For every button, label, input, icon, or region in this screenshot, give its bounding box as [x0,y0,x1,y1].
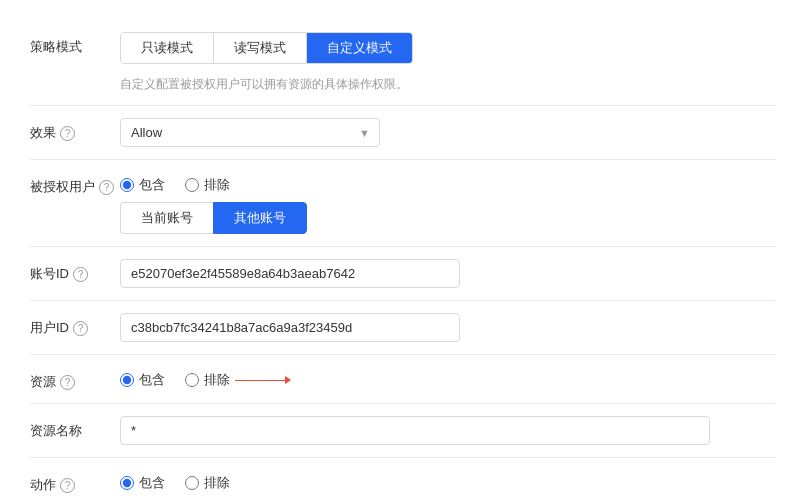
user-id-input[interactable] [120,313,460,342]
effect-select-wrap: Allow Deny ▼ [120,118,380,147]
resource-include[interactable]: 包含 [120,371,165,389]
action-help-icon[interactable]: ? [60,478,75,493]
effect-label: 效果 ? [30,118,120,142]
action-row: 动作 ? 包含 排除 [30,458,775,500]
resource-label: 资源 ? [30,367,120,391]
authorized-user-label: 被授权用户 ? [30,172,120,196]
effect-content: Allow Deny ▼ [120,118,775,147]
effect-select[interactable]: Allow Deny [120,118,380,147]
authorized-user-content: 包含 排除 当前账号 其他账号 [120,172,775,234]
other-account-button[interactable]: 其他账号 [213,202,307,234]
account-btn-group: 当前账号 其他账号 [120,202,307,234]
tab-custom[interactable]: 自定义模式 [307,33,412,63]
resource-name-label: 资源名称 [30,416,120,440]
strategy-label: 策略模式 [30,32,120,56]
tab-readwrite[interactable]: 读写模式 [214,33,307,63]
resource-row: 资源 ? 包含 排除 [30,355,775,404]
strategy-tab-group: 只读模式 读写模式 自定义模式 [120,32,413,64]
strategy-subtext: 自定义配置被授权用户可以拥有资源的具体操作权限。 [120,76,775,93]
strategy-row: 策略模式 只读模式 读写模式 自定义模式 自定义配置被授权用户可以拥有资源的具体… [30,20,775,106]
account-id-input[interactable] [120,259,460,288]
action-exclude[interactable]: 排除 [185,474,230,492]
account-id-row: 账号ID ? [30,247,775,301]
authorized-user-exclude[interactable]: 排除 [185,176,230,194]
resource-name-content [120,416,775,445]
authorized-user-help-icon[interactable]: ? [99,180,114,195]
effect-row: 效果 ? Allow Deny ▼ [30,106,775,160]
authorized-user-row: 被授权用户 ? 包含 排除 当前账号 其他账号 [30,160,775,247]
user-id-content [120,313,775,342]
current-account-button[interactable]: 当前账号 [120,202,213,234]
account-id-label: 账号ID ? [30,259,120,283]
action-content: 包含 排除 [120,470,775,492]
effect-help-icon[interactable]: ? [60,126,75,141]
resource-help-icon[interactable]: ? [60,375,75,390]
account-id-help-icon[interactable]: ? [73,267,88,282]
user-id-help-icon[interactable]: ? [73,321,88,336]
resource-radio-group: 包含 排除 [120,367,775,389]
action-radio-group: 包含 排除 [120,470,775,492]
authorized-user-include[interactable]: 包含 [120,176,165,194]
action-include[interactable]: 包含 [120,474,165,492]
account-id-content [120,259,775,288]
tab-readonly[interactable]: 只读模式 [121,33,214,63]
resource-name-row: 资源名称 [30,404,775,458]
user-id-row: 用户ID ? [30,301,775,355]
strategy-content: 只读模式 读写模式 自定义模式 自定义配置被授权用户可以拥有资源的具体操作权限。 [120,32,775,93]
authorized-user-radio-group: 包含 排除 [120,172,775,194]
user-id-label: 用户ID ? [30,313,120,337]
resource-exclude[interactable]: 排除 [185,371,230,389]
action-label: 动作 ? [30,470,120,494]
resource-content: 包含 排除 [120,367,775,389]
resource-name-input[interactable] [120,416,710,445]
